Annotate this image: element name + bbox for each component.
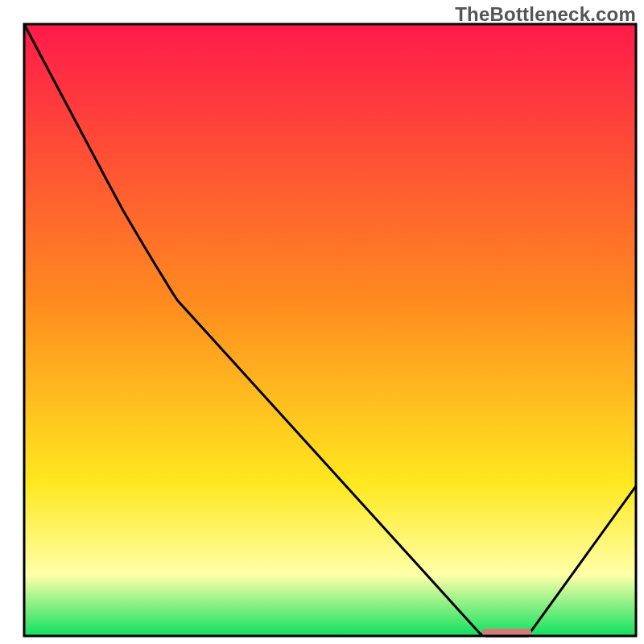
plot-area bbox=[24, 24, 636, 636]
bottleneck-chart bbox=[0, 0, 644, 644]
chart-container: TheBottleneck.com bbox=[0, 0, 644, 644]
